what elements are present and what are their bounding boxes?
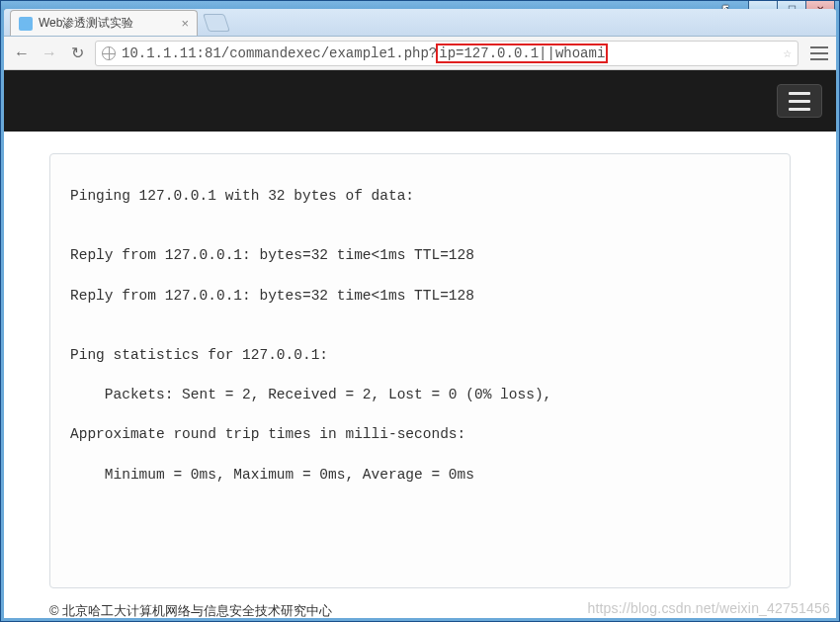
browser-toolbar: ← → ↻ 10.1.1.11:81/commandexec/example1.…: [4, 37, 836, 70]
output-line: Approximate round trip times in milli-se…: [70, 424, 770, 444]
output-line: Packets: Sent = 2, Received = 2, Lost = …: [70, 385, 770, 404]
active-tab[interactable]: Web渗透测试实验 ×: [10, 10, 198, 36]
bookmark-star-icon[interactable]: ☆: [784, 44, 792, 61]
window-titlebar[interactable]: [1, 1, 839, 9]
url-plain: 10.1.1.11:81/commandexec/example1.php?: [122, 45, 437, 61]
window-frame: ↖ _ ☐ ✕ Web渗透测试实验 × ← → ↻ 10.1.1.11:81/c…: [0, 0, 840, 622]
browser-menu-icon[interactable]: [810, 46, 828, 60]
new-tab-button[interactable]: [203, 14, 230, 32]
globe-icon: [102, 46, 116, 60]
tab-title: Web渗透测试实验: [39, 15, 133, 32]
url-highlight: ip=127.0.0.1||whoami: [436, 44, 608, 63]
footer-text: © 北京哈工大计算机网络与信息安全技术研究中心: [49, 602, 791, 618]
browser-chrome: Web渗透测试实验 × ← → ↻ 10.1.1.11:81/commandex…: [4, 9, 836, 618]
reload-button[interactable]: ↻: [67, 44, 87, 63]
output-line: Reply from 127.0.0.1: bytes=32 time<1ms …: [70, 286, 770, 306]
back-button[interactable]: ←: [12, 44, 32, 63]
tab-close-icon[interactable]: ×: [173, 16, 189, 31]
address-bar[interactable]: 10.1.1.11:81/commandexec/example1.php?ip…: [95, 41, 798, 66]
page-viewport: Pinging 127.0.0.1 with 32 bytes of data:…: [4, 70, 836, 618]
output-line: Ping statistics for 127.0.0.1:: [70, 345, 770, 365]
page-container: Pinging 127.0.0.1 with 32 bytes of data:…: [49, 153, 791, 618]
forward-button[interactable]: →: [40, 44, 59, 63]
nav-header: [4, 70, 836, 132]
site-menu-button[interactable]: [777, 84, 822, 118]
url-text: 10.1.1.11:81/commandexec/example1.php?ip…: [122, 45, 608, 61]
output-line: Reply from 127.0.0.1: bytes=32 time<1ms …: [70, 245, 770, 265]
favicon-icon: [19, 17, 33, 31]
output-line: Pinging 127.0.0.1 with 32 bytes of data:: [70, 186, 770, 206]
output-line: Minimum = 0ms, Maximum = 0ms, Average = …: [70, 465, 770, 485]
tab-bar: Web渗透测试实验 ×: [4, 9, 836, 37]
output-panel: Pinging 127.0.0.1 with 32 bytes of data:…: [49, 153, 791, 588]
